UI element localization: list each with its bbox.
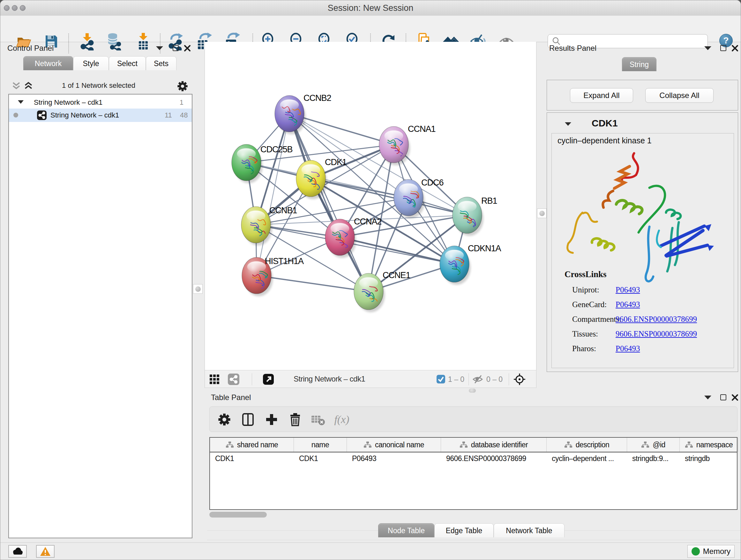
network-edge-CCNB2-HIST1H1A[interactable] — [257, 114, 289, 275]
plus-icon — [265, 413, 279, 427]
column-header-label: description — [576, 441, 610, 449]
control-panel-float-icon[interactable] — [156, 46, 163, 50]
tab-select[interactable]: Select — [109, 56, 146, 70]
column-type-tree-icon — [460, 441, 468, 448]
network-node-CDC6[interactable]: CDC6 — [394, 178, 444, 216]
column-header-description[interactable]: description — [547, 438, 627, 452]
control-panel: Control Panel NetworkStyleSelectSets 1 o… — [3, 42, 194, 542]
table-cell[interactable]: 9606.ENSP00000378699 — [441, 452, 547, 464]
hidden-eye-slash-icon[interactable] — [472, 375, 483, 384]
column-header-database-identifier[interactable]: database identifier — [441, 438, 547, 452]
warnings-button[interactable] — [36, 545, 55, 558]
protein-collapse-icon[interactable] — [565, 122, 571, 126]
hidden-counts-label: 0 – 0 — [486, 375, 502, 384]
table-cell[interactable]: stringdb — [680, 452, 738, 464]
footer-network-name: String Network – cdk1 — [293, 374, 365, 383]
delete-table-button[interactable] — [309, 411, 327, 428]
table-cell[interactable]: cyclin–dependent ... — [547, 452, 627, 464]
tab-network[interactable]: Network — [23, 56, 73, 70]
memory-button[interactable]: Memory — [687, 545, 735, 558]
network-edge-count: 48 — [180, 111, 188, 119]
table-cell[interactable]: P06493 — [347, 452, 441, 464]
crosslink-value-link[interactable]: P06493 — [616, 344, 640, 353]
crosslink-value-link[interactable]: P06493 — [616, 286, 640, 294]
birds-eye-view-icon[interactable] — [209, 374, 219, 384]
function-builder-button[interactable]: f(x) — [333, 411, 351, 428]
results-panel-float-icon[interactable] — [704, 46, 711, 50]
control-panel-title: Control Panel — [7, 44, 54, 53]
column-header-namespace[interactable]: namespace — [680, 438, 738, 452]
network-canvas[interactable]: CCNB2CCNA1CDC25BCDK1CDC6RB1CCNB1CCNA2CDK… — [205, 42, 536, 370]
trash-icon — [288, 413, 302, 427]
network-node-CDKN1A[interactable]: CDKN1A — [440, 244, 501, 282]
tab-edge-table[interactable]: Edge Table — [434, 523, 494, 537]
table-cell[interactable]: CDK1 — [294, 452, 347, 464]
node-label-CDC25B: CDC25B — [260, 145, 293, 154]
table-cell[interactable]: CDK1 — [210, 452, 294, 464]
collection-expand-icon[interactable] — [18, 100, 23, 104]
table-panel-float-icon[interactable] — [704, 395, 711, 399]
table-header-row: shared namenamecanonical namedatabase id… — [210, 438, 737, 452]
network-edge-HIST1H1A-CCNE1[interactable] — [257, 275, 368, 292]
network-row-selected[interactable]: String Network – cdk1 11 48 — [9, 109, 192, 122]
tab-node-table[interactable]: Node Table — [378, 523, 434, 537]
column-type-tree-icon — [685, 441, 693, 448]
center-view-crosshair-icon[interactable] — [513, 373, 526, 386]
control-panel-close-icon[interactable] — [184, 44, 191, 52]
tab-string[interactable]: String — [622, 57, 657, 71]
network-options-gear-icon[interactable] — [177, 80, 189, 92]
warning-icon — [40, 547, 51, 556]
table-cell[interactable]: stringdb:9... — [627, 452, 680, 464]
cloud-status-button[interactable] — [8, 545, 27, 558]
results-panel: Results Panel String Expand All Collapse… — [545, 42, 740, 387]
selected-checkbox-icon[interactable] — [436, 375, 445, 383]
results-panel-maximize-icon[interactable] — [720, 45, 726, 51]
network-node-HIST1H1A[interactable]: HIST1H1A — [242, 256, 304, 294]
network-edge-CCNA2-CDKN1A[interactable] — [340, 237, 455, 264]
add-column-button[interactable] — [263, 411, 280, 428]
node-label-CDC6: CDC6 — [421, 178, 444, 187]
collection-label: String Network – cdk1 — [34, 98, 103, 107]
table-toolbar: f(x) — [209, 407, 738, 432]
detach-view-icon[interactable] — [263, 374, 274, 385]
network-selection-bar: 1 of 1 Network selected — [3, 79, 194, 92]
network-badge-share-icon[interactable] — [228, 374, 239, 385]
crosslink-label: Uniprot: — [572, 286, 599, 294]
column-header-canonical-name[interactable]: canonical name — [347, 438, 441, 452]
node-label-HIST1H1A: HIST1H1A — [265, 256, 304, 266]
results-panel-close-icon[interactable] — [731, 44, 739, 52]
network-node-RB1[interactable]: RB1 — [453, 196, 497, 233]
column-header-shared-name[interactable]: shared name — [210, 438, 294, 452]
tab-network-table[interactable]: Network Table — [494, 523, 564, 537]
delete-column-button[interactable] — [286, 411, 304, 428]
column-header-name[interactable]: name — [294, 438, 347, 452]
table-settings-button[interactable] — [215, 411, 233, 428]
node-label-CCNE1: CCNE1 — [383, 270, 410, 280]
node-table: shared namenamecanonical namedatabase id… — [209, 437, 738, 510]
table-hscrollbar-thumb[interactable] — [209, 512, 267, 517]
network-selection-status: 1 of 1 Network selected — [3, 81, 194, 90]
network-collection-row[interactable]: String Network – cdk1 1 — [9, 97, 192, 109]
column-type-tree-icon — [564, 441, 572, 448]
expand-all-button[interactable]: Expand All — [570, 88, 633, 103]
crosslink-value-link[interactable]: P06493 — [616, 300, 640, 309]
table-panel-close-icon[interactable] — [731, 394, 739, 401]
table-panel-maximize-icon[interactable] — [720, 394, 726, 400]
show-columns-button[interactable] — [239, 411, 257, 428]
column-header--id[interactable]: @id — [627, 438, 680, 452]
collapse-all-button[interactable]: Collapse All — [645, 88, 714, 103]
tab-style[interactable]: Style — [73, 56, 109, 70]
table-tabs: Node TableEdge TableNetwork Table — [378, 523, 564, 537]
tab-sets[interactable]: Sets — [146, 56, 177, 70]
network-type-share-icon — [37, 111, 47, 120]
left-splitter-grip[interactable] — [193, 284, 203, 294]
network-node-CDK1[interactable]: CDK1 — [296, 158, 347, 197]
crosslink-value-link[interactable]: 9606.ENSP00000378699 — [616, 315, 697, 324]
node-label-CCNA2: CCNA2 — [354, 217, 382, 226]
results-actions-box: Expand All Collapse All — [547, 80, 738, 111]
node-label-CDKN1A: CDKN1A — [468, 244, 501, 253]
network-node-count: 11 — [165, 111, 172, 119]
crosslink-value-link[interactable]: 9606.ENSP00000378699 — [616, 329, 697, 338]
node-label-RB1: RB1 — [481, 196, 497, 206]
control-panel-maximize-icon[interactable] — [173, 45, 179, 51]
